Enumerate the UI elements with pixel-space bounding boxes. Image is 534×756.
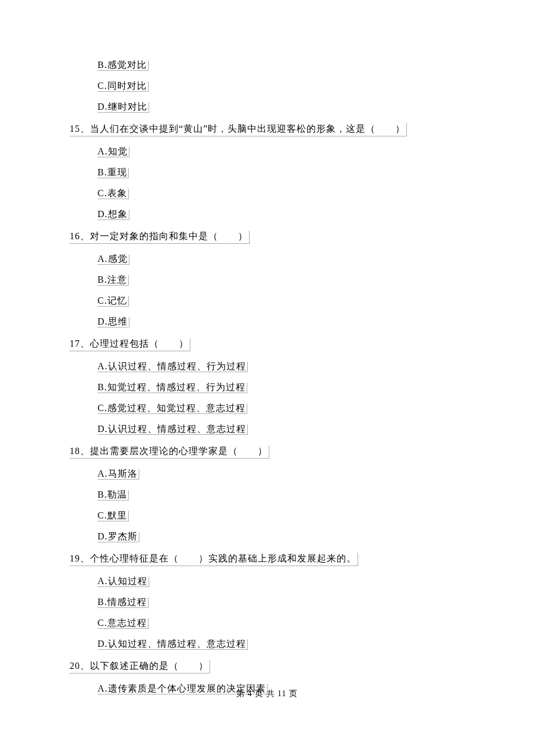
question-number: 17、 xyxy=(70,339,90,348)
answer-option: D.想象 xyxy=(98,210,129,220)
answer-option: C.默里 xyxy=(98,511,129,521)
answer-option: D.继时对比 xyxy=(98,102,149,113)
answer-option: B.勒温 xyxy=(98,490,129,501)
answer-option: C.表象 xyxy=(98,189,129,199)
question-stem: 当人们在交谈中提到“黄山”时，头脑中出现迎客松的形象，这是（ ） xyxy=(90,124,405,134)
question-16: 16、对一定对象的指向和集中是（ ） xyxy=(70,231,534,244)
answer-option: B.重现 xyxy=(98,168,129,178)
question-stem: 提出需要层次理论的心理学家是（ ） xyxy=(90,446,268,456)
answer-option: A.马斯洛 xyxy=(98,469,139,480)
answer-option: C.同时对比 xyxy=(98,81,149,92)
question-20: 20、以下叙述正确的是（ ） xyxy=(70,660,534,674)
document-content: B.感觉对比 C.同时对比 D.继时对比 15、当人们在交谈中提到“黄山”时，头… xyxy=(0,60,534,705)
answer-option: A.认识过程、情感过程、行为过程 xyxy=(98,362,248,372)
answer-option: B.感觉对比 xyxy=(98,60,149,71)
question-stem: 对一定对象的指向和集中是（ ） xyxy=(90,231,248,241)
answer-option: B.情感过程 xyxy=(98,597,149,608)
question-19: 19、个性心理特征是在（ ）实践的基础上形成和发展起来的。 xyxy=(70,553,534,566)
answer-option: C.记忆 xyxy=(98,296,129,307)
answer-option: B.知觉过程、情感过程、行为过程 xyxy=(98,383,247,393)
question-number: 15、 xyxy=(70,124,90,134)
question-number: 19、 xyxy=(70,553,90,563)
question-stem: 以下叙述正确的是（ ） xyxy=(90,661,208,671)
answer-option: D.认识过程、情感过程、意志过程 xyxy=(98,424,248,435)
answer-option: C.意志过程 xyxy=(98,618,149,629)
answer-option: A.认知过程 xyxy=(98,577,149,587)
question-number: 18、 xyxy=(70,446,90,456)
question-number: 16、 xyxy=(70,231,90,241)
question-15: 15、当人们在交谈中提到“黄山”时，头脑中出现迎客松的形象，这是（ ） xyxy=(70,123,534,136)
answer-option: B.注意 xyxy=(98,275,129,286)
answer-option: D.罗杰斯 xyxy=(98,532,139,542)
question-18: 18、提出需要层次理论的心理学家是（ ） xyxy=(70,445,534,459)
page-footer: 第 4 页 共 11 页 xyxy=(0,689,534,699)
question-17: 17、心理过程包括（ ） xyxy=(70,338,534,351)
question-stem: 个性心理特征是在（ ）实践的基础上形成和发展起来的。 xyxy=(90,553,356,563)
answer-option: C.感觉过程、知觉过程、意志过程 xyxy=(98,404,247,414)
answer-option: A.知觉 xyxy=(98,147,129,157)
answer-option: A.感觉 xyxy=(98,254,129,265)
answer-option: D.认知过程、情感过程、意志过程 xyxy=(98,639,248,650)
question-number: 20、 xyxy=(70,661,90,671)
answer-option: D.思维 xyxy=(98,317,129,327)
question-stem: 心理过程包括（ ） xyxy=(90,339,189,348)
